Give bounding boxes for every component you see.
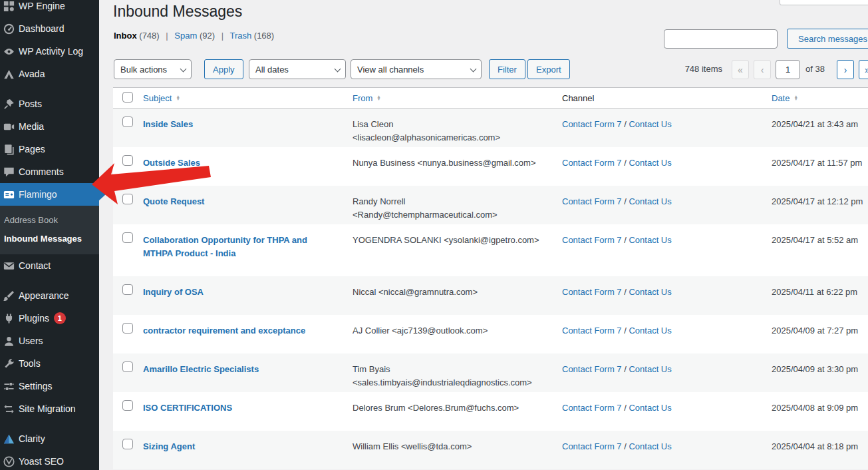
channel-separator: /: [622, 326, 629, 336]
subject-link[interactable]: Inside Sales: [143, 119, 193, 129]
column-header-subject[interactable]: Subject▲▼: [143, 93, 180, 103]
yoast-icon: [2, 455, 15, 468]
search-messages-button[interactable]: Search messages: [787, 29, 868, 49]
sidebar-item-plugins[interactable]: Plugins1: [0, 307, 99, 330]
channel-page-link[interactable]: Contact Us: [629, 119, 671, 129]
table-row: ISO CERTIFICATIONSDelores Brum <Delores.…: [113, 392, 868, 431]
apply-button[interactable]: Apply: [204, 59, 243, 79]
channel-form-link[interactable]: Contact Form 7: [562, 441, 622, 451]
sidebar-item-users[interactable]: Users: [0, 330, 99, 352]
sidebar-item-wp-activity-log[interactable]: WP Activity Log: [0, 40, 99, 63]
channel-separator: /: [622, 196, 629, 206]
subject-link[interactable]: Outside Sales: [143, 158, 200, 168]
subject-link[interactable]: Sizing Agent: [143, 441, 195, 451]
channel-filter-value: View all channels: [357, 65, 424, 75]
channel-form-link[interactable]: Contact Form 7: [562, 196, 622, 206]
row-checkbox[interactable]: [122, 439, 133, 449]
sidebar-item-label: Appearance: [19, 290, 69, 301]
sidebar-item-label: Dashboard: [19, 23, 65, 34]
channel-cell: Contact Form 7 / Contact Us: [562, 353, 772, 392]
channel-filter-select[interactable]: View all channels: [351, 59, 482, 79]
row-checkbox[interactable]: [122, 194, 133, 204]
sidebar-item-label: WP Activity Log: [19, 46, 83, 57]
date-cell: 2025/04/08 at 9:09 pm: [772, 392, 868, 431]
sidebar-item-clarity[interactable]: Clarity: [0, 427, 99, 450]
channel-page-link[interactable]: Contact Us: [629, 326, 671, 336]
row-checkbox[interactable]: [122, 361, 133, 372]
channel-form-link[interactable]: Contact Form 7: [562, 403, 622, 413]
wrench-icon: [2, 357, 15, 370]
sidebar-item-appearance[interactable]: Appearance: [0, 284, 99, 307]
channel-form-link[interactable]: Contact Form 7: [562, 364, 622, 374]
sidebar-item-media[interactable]: Media: [0, 115, 99, 138]
tab-inbox[interactable]: Inbox: [114, 31, 137, 41]
sidebar-item-site-migration[interactable]: Site Migration: [0, 397, 99, 420]
tab-trash[interactable]: Trash: [229, 31, 251, 41]
sort-arrows-icon: ▲▼: [794, 95, 797, 101]
bulk-actions-select[interactable]: Bulk actions: [114, 59, 192, 79]
row-checkbox[interactable]: [122, 155, 133, 166]
column-header-from[interactable]: From▲▼: [353, 93, 381, 103]
current-page-input[interactable]: [776, 60, 800, 79]
column-header-date[interactable]: Date▲▼: [772, 93, 798, 103]
date-cell: 2025/04/17 at 11:57 pm: [772, 147, 868, 186]
subject-link[interactable]: contractor requirement and exceptance: [143, 326, 305, 336]
pagination-first-button[interactable]: «: [732, 60, 749, 79]
channel-page-link[interactable]: Contact Us: [629, 403, 671, 413]
pagination-last-button[interactable]: »: [859, 60, 868, 79]
sidebar-item-settings[interactable]: Settings: [0, 375, 99, 397]
channel-page-link[interactable]: Contact Us: [629, 364, 671, 374]
channel-form-link[interactable]: Contact Form 7: [562, 287, 622, 297]
table-row: Inside SalesLisa Cleon <lisacleon@alphas…: [113, 109, 868, 147]
sidebar-item-yoast-seo[interactable]: Yoast SEO: [0, 450, 99, 470]
row-checkbox[interactable]: [122, 323, 133, 334]
table-body: Inside SalesLisa Cleon <lisacleon@alphas…: [113, 109, 868, 469]
channel-form-link[interactable]: Contact Form 7: [562, 158, 622, 168]
page-title: Inbound Messages: [113, 1, 242, 21]
sidebar-item-tools[interactable]: Tools: [0, 352, 99, 375]
channel-page-link[interactable]: Contact Us: [629, 196, 671, 206]
from-cell: Tim Byais <sales.timbyais@industrialeqdi…: [353, 353, 562, 392]
subject-link[interactable]: Inquiry of OSA: [143, 287, 204, 297]
sidebar-item-label: Tools: [19, 358, 41, 369]
channel-page-link[interactable]: Contact Us: [629, 158, 671, 168]
search-input[interactable]: [664, 29, 778, 49]
sidebar-item-comments[interactable]: Comments: [0, 160, 99, 183]
pagination-prev-button[interactable]: ‹: [754, 60, 771, 79]
channel-separator: /: [622, 441, 629, 451]
pages-icon: [2, 142, 15, 156]
subject-link[interactable]: Amarillo Electric Specialists: [143, 364, 259, 374]
export-button[interactable]: Export: [527, 59, 570, 79]
row-checkbox[interactable]: [122, 400, 133, 411]
sidebar-item-pages[interactable]: Pages: [0, 138, 99, 160]
sidebar-subitem-address-book[interactable]: Address Book: [0, 210, 99, 229]
channel-separator: /: [622, 235, 629, 245]
subject-link[interactable]: Quote Request: [143, 196, 204, 206]
channel-page-link[interactable]: Contact Us: [629, 441, 671, 451]
row-checkbox[interactable]: [122, 117, 133, 127]
sidebar-subitem-inbound-messages[interactable]: Inbound Messages: [0, 229, 99, 248]
sidebar-item-contact[interactable]: Contact: [0, 254, 99, 277]
row-checkbox[interactable]: [122, 232, 133, 243]
tab-spam[interactable]: Spam: [174, 31, 197, 41]
dates-filter-select[interactable]: All dates: [249, 59, 346, 79]
subject-link[interactable]: ISO CERTIFICATIONS: [143, 403, 232, 413]
channel-form-link[interactable]: Contact Form 7: [562, 235, 622, 245]
row-checkbox[interactable]: [122, 284, 133, 295]
channel-page-link[interactable]: Contact Us: [629, 287, 671, 297]
sidebar-item-avada[interactable]: Avada: [0, 63, 99, 85]
sidebar-item-label: Settings: [19, 381, 53, 391]
filter-button[interactable]: Filter: [489, 59, 525, 79]
select-all-checkbox[interactable]: [122, 92, 133, 103]
channel-form-link[interactable]: Contact Form 7: [562, 119, 622, 129]
sidebar-item-flamingo[interactable]: Flamingo: [0, 183, 99, 206]
wpengine-icon: [2, 0, 15, 13]
sidebar-item-wp-engine[interactable]: WP Engine: [0, 0, 99, 17]
channel-page-link[interactable]: Contact Us: [629, 235, 671, 245]
subject-link[interactable]: Collaboration Opportunity for THPA and M…: [143, 235, 307, 258]
table-row: Sizing AgentWilliam Ellis <wellis@tda.co…: [113, 431, 868, 469]
channel-form-link[interactable]: Contact Form 7: [562, 326, 622, 336]
sidebar-item-posts[interactable]: Posts: [0, 93, 99, 115]
pagination-next-button[interactable]: ›: [837, 60, 854, 79]
sidebar-item-dashboard[interactable]: Dashboard: [0, 17, 99, 40]
